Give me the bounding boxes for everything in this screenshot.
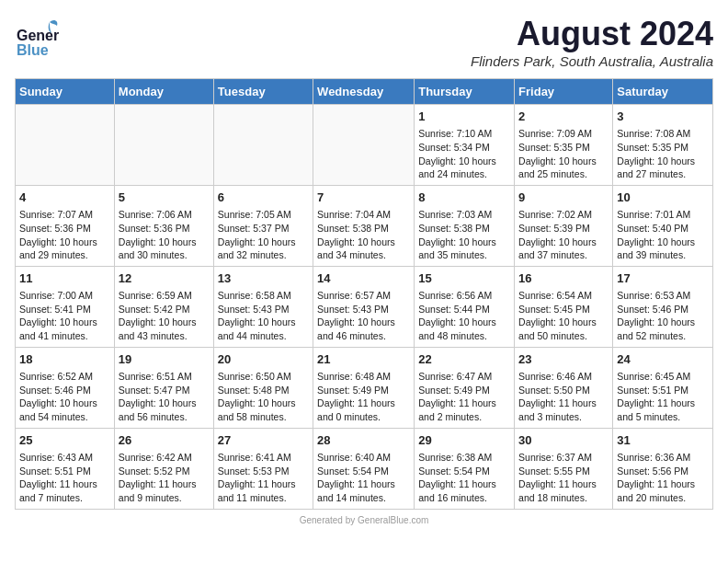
day-info: Sunrise: 7:07 AMSunset: 5:36 PMDaylight:…: [19, 208, 110, 262]
table-row: 15Sunrise: 6:56 AMSunset: 5:44 PMDayligh…: [415, 266, 515, 347]
day-info: Sunrise: 6:50 AMSunset: 5:48 PMDaylight:…: [218, 370, 309, 424]
col-saturday: Saturday: [613, 79, 713, 105]
day-number: 9: [518, 190, 609, 206]
table-row: [114, 105, 213, 186]
day-info: Sunrise: 7:02 AMSunset: 5:39 PMDaylight:…: [518, 208, 609, 262]
page-header: General Blue August 2024 Flinders Park, …: [15, 15, 713, 69]
col-sunday: Sunday: [16, 79, 115, 105]
table-row: 1Sunrise: 7:10 AMSunset: 5:34 PMDaylight…: [415, 105, 515, 186]
calendar-week-row: 18Sunrise: 6:52 AMSunset: 5:46 PMDayligh…: [16, 347, 713, 428]
day-number: 27: [218, 432, 309, 449]
day-info: Sunrise: 6:53 AMSunset: 5:46 PMDaylight:…: [617, 289, 709, 343]
day-number: 21: [317, 351, 410, 368]
table-row: [313, 105, 415, 186]
day-info: Sunrise: 7:10 AMSunset: 5:34 PMDaylight:…: [418, 127, 510, 181]
table-row: 2Sunrise: 7:09 AMSunset: 5:35 PMDaylight…: [515, 105, 613, 186]
day-number: 15: [418, 270, 510, 287]
day-number: 25: [19, 432, 110, 449]
calendar-header-row: Sunday Monday Tuesday Wednesday Thursday…: [16, 79, 713, 105]
logo-icon: General Blue: [15, 15, 59, 59]
day-info: Sunrise: 6:51 AMSunset: 5:47 PMDaylight:…: [119, 370, 210, 424]
table-row: 17Sunrise: 6:53 AMSunset: 5:46 PMDayligh…: [613, 266, 713, 347]
table-row: 31Sunrise: 6:36 AMSunset: 5:56 PMDayligh…: [613, 428, 713, 509]
table-row: 6Sunrise: 7:05 AMSunset: 5:37 PMDaylight…: [213, 185, 313, 266]
table-row: 25Sunrise: 6:43 AMSunset: 5:51 PMDayligh…: [16, 428, 115, 509]
table-row: 7Sunrise: 7:04 AMSunset: 5:38 PMDaylight…: [313, 185, 415, 266]
day-info: Sunrise: 7:05 AMSunset: 5:37 PMDaylight:…: [218, 208, 309, 262]
table-row: 14Sunrise: 6:57 AMSunset: 5:43 PMDayligh…: [313, 266, 415, 347]
calendar-table: Sunday Monday Tuesday Wednesday Thursday…: [15, 78, 713, 510]
table-row: 10Sunrise: 7:01 AMSunset: 5:40 PMDayligh…: [613, 185, 713, 266]
title-area: August 2024 Flinders Park, South Austral…: [471, 15, 713, 69]
table-row: 5Sunrise: 7:06 AMSunset: 5:36 PMDaylight…: [114, 185, 213, 266]
day-info: Sunrise: 6:48 AMSunset: 5:49 PMDaylight:…: [317, 370, 410, 424]
day-info: Sunrise: 6:45 AMSunset: 5:51 PMDaylight:…: [617, 370, 709, 424]
day-number: 29: [418, 432, 510, 449]
day-number: 20: [218, 351, 309, 368]
day-number: 23: [518, 351, 609, 368]
day-info: Sunrise: 6:37 AMSunset: 5:55 PMDaylight:…: [518, 451, 609, 505]
logo: General Blue: [15, 15, 61, 63]
day-info: Sunrise: 6:41 AMSunset: 5:53 PMDaylight:…: [218, 451, 309, 505]
day-info: Sunrise: 7:00 AMSunset: 5:41 PMDaylight:…: [19, 289, 110, 343]
day-number: 26: [119, 432, 210, 449]
day-info: Sunrise: 6:59 AMSunset: 5:42 PMDaylight:…: [119, 289, 210, 343]
day-number: 1: [418, 109, 510, 125]
day-info: Sunrise: 6:56 AMSunset: 5:44 PMDaylight:…: [418, 289, 510, 343]
day-number: 17: [617, 270, 709, 287]
day-number: 5: [119, 190, 210, 206]
day-info: Sunrise: 6:42 AMSunset: 5:52 PMDaylight:…: [119, 451, 210, 505]
table-row: 27Sunrise: 6:41 AMSunset: 5:53 PMDayligh…: [213, 428, 313, 509]
calendar-week-row: 25Sunrise: 6:43 AMSunset: 5:51 PMDayligh…: [16, 428, 713, 509]
col-wednesday: Wednesday: [313, 79, 415, 105]
day-info: Sunrise: 6:36 AMSunset: 5:56 PMDaylight:…: [617, 451, 709, 505]
day-number: 22: [418, 351, 510, 368]
table-row: 24Sunrise: 6:45 AMSunset: 5:51 PMDayligh…: [613, 347, 713, 428]
day-number: 10: [617, 190, 709, 206]
day-number: 11: [19, 270, 110, 287]
day-number: 2: [518, 109, 609, 125]
calendar-week-row: 4Sunrise: 7:07 AMSunset: 5:36 PMDaylight…: [16, 185, 713, 266]
col-monday: Monday: [114, 79, 213, 105]
day-info: Sunrise: 7:08 AMSunset: 5:35 PMDaylight:…: [617, 127, 709, 181]
svg-text:Blue: Blue: [17, 42, 49, 58]
table-row: 19Sunrise: 6:51 AMSunset: 5:47 PMDayligh…: [114, 347, 213, 428]
day-info: Sunrise: 6:47 AMSunset: 5:49 PMDaylight:…: [418, 370, 510, 424]
day-number: 3: [617, 109, 709, 125]
day-info: Sunrise: 6:40 AMSunset: 5:54 PMDaylight:…: [317, 451, 410, 505]
day-number: 13: [218, 270, 309, 287]
day-info: Sunrise: 7:04 AMSunset: 5:38 PMDaylight:…: [317, 208, 410, 262]
day-info: Sunrise: 6:57 AMSunset: 5:43 PMDaylight:…: [317, 289, 410, 343]
table-row: 29Sunrise: 6:38 AMSunset: 5:54 PMDayligh…: [415, 428, 515, 509]
day-info: Sunrise: 6:46 AMSunset: 5:50 PMDaylight:…: [518, 370, 609, 424]
col-thursday: Thursday: [415, 79, 515, 105]
day-number: 4: [19, 190, 110, 206]
table-row: 22Sunrise: 6:47 AMSunset: 5:49 PMDayligh…: [415, 347, 515, 428]
day-number: 30: [518, 432, 609, 449]
day-info: Sunrise: 6:58 AMSunset: 5:43 PMDaylight:…: [218, 289, 309, 343]
day-info: Sunrise: 6:43 AMSunset: 5:51 PMDaylight:…: [19, 451, 110, 505]
table-row: [213, 105, 313, 186]
location-subtitle: Flinders Park, South Australia, Australi…: [471, 53, 713, 69]
day-number: 14: [317, 270, 410, 287]
day-info: Sunrise: 7:03 AMSunset: 5:38 PMDaylight:…: [418, 208, 510, 262]
day-number: 19: [119, 351, 210, 368]
day-number: 16: [518, 270, 609, 287]
day-info: Sunrise: 6:54 AMSunset: 5:45 PMDaylight:…: [518, 289, 609, 343]
calendar-week-row: 1Sunrise: 7:10 AMSunset: 5:34 PMDaylight…: [16, 105, 713, 186]
table-row: 21Sunrise: 6:48 AMSunset: 5:49 PMDayligh…: [313, 347, 415, 428]
svg-text:General: General: [17, 28, 59, 43]
table-row: 11Sunrise: 7:00 AMSunset: 5:41 PMDayligh…: [16, 266, 115, 347]
day-number: 28: [317, 432, 410, 449]
col-tuesday: Tuesday: [213, 79, 313, 105]
table-row: 16Sunrise: 6:54 AMSunset: 5:45 PMDayligh…: [515, 266, 613, 347]
table-row: 12Sunrise: 6:59 AMSunset: 5:42 PMDayligh…: [114, 266, 213, 347]
day-info: Sunrise: 7:01 AMSunset: 5:40 PMDaylight:…: [617, 208, 709, 262]
table-row: 30Sunrise: 6:37 AMSunset: 5:55 PMDayligh…: [515, 428, 613, 509]
col-friday: Friday: [515, 79, 613, 105]
table-row: 23Sunrise: 6:46 AMSunset: 5:50 PMDayligh…: [515, 347, 613, 428]
day-info: Sunrise: 6:38 AMSunset: 5:54 PMDaylight:…: [418, 451, 510, 505]
month-year-title: August 2024: [471, 15, 713, 53]
calendar-week-row: 11Sunrise: 7:00 AMSunset: 5:41 PMDayligh…: [16, 266, 713, 347]
day-number: 7: [317, 190, 410, 206]
